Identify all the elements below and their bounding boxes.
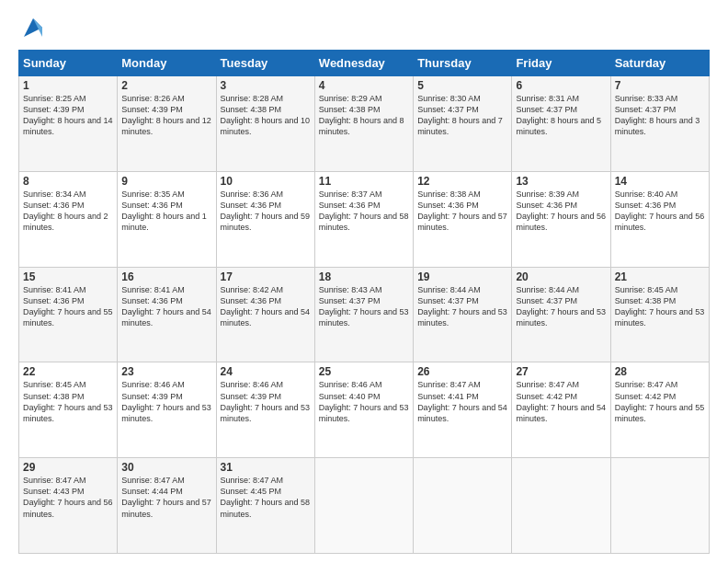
day-info: Sunrise: 8:26 AMSunset: 4:39 PMDaylight:… [121, 93, 211, 138]
day-number: 19 [417, 270, 507, 283]
day-info: Sunrise: 8:47 AMSunset: 4:42 PMDaylight:… [615, 379, 705, 424]
day-info: Sunrise: 8:43 AMSunset: 4:37 PMDaylight:… [319, 284, 409, 329]
header-tuesday: Tuesday [216, 51, 314, 76]
calendar-day-cell [610, 458, 709, 554]
day-number: 5 [417, 79, 507, 92]
day-number: 4 [319, 79, 409, 92]
calendar-week-row: 22Sunrise: 8:45 AMSunset: 4:38 PMDayligh… [19, 362, 710, 458]
day-number: 16 [121, 270, 211, 283]
header-thursday: Thursday [414, 51, 512, 76]
day-info: Sunrise: 8:35 AMSunset: 4:36 PMDaylight:… [121, 189, 211, 234]
day-number: 7 [615, 79, 705, 92]
day-info: Sunrise: 8:47 AMSunset: 4:41 PMDaylight:… [417, 379, 507, 424]
calendar-day-cell: 5Sunrise: 8:30 AMSunset: 4:37 PMDaylight… [414, 76, 512, 172]
calendar: Sunday Monday Tuesday Wednesday Thursday… [18, 50, 710, 554]
day-info: Sunrise: 8:42 AMSunset: 4:36 PMDaylight:… [221, 284, 311, 329]
day-number: 15 [23, 270, 113, 283]
calendar-day-cell: 12Sunrise: 8:38 AMSunset: 4:36 PMDayligh… [414, 171, 512, 267]
day-number: 6 [516, 79, 606, 92]
calendar-day-cell: 8Sunrise: 8:34 AMSunset: 4:36 PMDaylight… [19, 171, 118, 267]
day-info: Sunrise: 8:33 AMSunset: 4:37 PMDaylight:… [615, 93, 705, 138]
calendar-day-cell: 24Sunrise: 8:46 AMSunset: 4:39 PMDayligh… [216, 362, 314, 458]
day-number: 10 [221, 175, 311, 188]
day-number: 29 [23, 461, 113, 474]
day-info: Sunrise: 8:45 AMSunset: 4:38 PMDaylight:… [615, 284, 705, 329]
calendar-day-cell: 6Sunrise: 8:31 AMSunset: 4:37 PMDaylight… [512, 76, 610, 172]
header-friday: Friday [512, 51, 610, 76]
header-wednesday: Wednesday [314, 51, 413, 76]
calendar-day-cell: 28Sunrise: 8:47 AMSunset: 4:42 PMDayligh… [610, 362, 709, 458]
day-number: 22 [23, 365, 113, 378]
day-number: 1 [23, 79, 113, 92]
day-number: 8 [23, 175, 113, 188]
day-info: Sunrise: 8:47 AMSunset: 4:45 PMDaylight:… [221, 475, 311, 520]
day-info: Sunrise: 8:29 AMSunset: 4:38 PMDaylight:… [319, 93, 409, 138]
day-info: Sunrise: 8:44 AMSunset: 4:37 PMDaylight:… [417, 284, 507, 329]
calendar-day-cell: 29Sunrise: 8:47 AMSunset: 4:43 PMDayligh… [19, 458, 118, 554]
day-info: Sunrise: 8:47 AMSunset: 4:42 PMDaylight:… [516, 379, 606, 424]
day-info: Sunrise: 8:38 AMSunset: 4:36 PMDaylight:… [417, 189, 507, 234]
day-number: 25 [319, 365, 409, 378]
calendar-day-cell: 30Sunrise: 8:47 AMSunset: 4:44 PMDayligh… [118, 458, 216, 554]
calendar-week-row: 1Sunrise: 8:25 AMSunset: 4:39 PMDaylight… [19, 76, 710, 172]
day-info: Sunrise: 8:31 AMSunset: 4:37 PMDaylight:… [516, 93, 606, 138]
day-info: Sunrise: 8:28 AMSunset: 4:38 PMDaylight:… [221, 93, 311, 138]
day-number: 9 [121, 175, 211, 188]
day-number: 18 [319, 270, 409, 283]
page: Sunday Monday Tuesday Wednesday Thursday… [0, 0, 728, 563]
day-info: Sunrise: 8:45 AMSunset: 4:38 PMDaylight:… [23, 379, 113, 424]
calendar-day-cell: 25Sunrise: 8:46 AMSunset: 4:40 PMDayligh… [314, 362, 413, 458]
day-info: Sunrise: 8:47 AMSunset: 4:44 PMDaylight:… [121, 475, 211, 520]
calendar-day-cell: 1Sunrise: 8:25 AMSunset: 4:39 PMDaylight… [19, 76, 118, 172]
calendar-day-cell: 4Sunrise: 8:29 AMSunset: 4:38 PMDaylight… [314, 76, 413, 172]
calendar-week-row: 29Sunrise: 8:47 AMSunset: 4:43 PMDayligh… [19, 458, 710, 554]
calendar-day-cell: 13Sunrise: 8:39 AMSunset: 4:36 PMDayligh… [512, 171, 610, 267]
day-number: 23 [121, 365, 211, 378]
calendar-day-cell: 27Sunrise: 8:47 AMSunset: 4:42 PMDayligh… [512, 362, 610, 458]
calendar-day-cell: 10Sunrise: 8:36 AMSunset: 4:36 PMDayligh… [216, 171, 314, 267]
day-number: 12 [417, 175, 507, 188]
day-number: 30 [121, 461, 211, 474]
day-number: 28 [615, 365, 705, 378]
header-sunday: Sunday [19, 51, 118, 76]
calendar-day-cell: 14Sunrise: 8:40 AMSunset: 4:36 PMDayligh… [610, 171, 709, 267]
calendar-header-row: Sunday Monday Tuesday Wednesday Thursday… [19, 51, 710, 76]
calendar-day-cell: 31Sunrise: 8:47 AMSunset: 4:45 PMDayligh… [216, 458, 314, 554]
day-info: Sunrise: 8:46 AMSunset: 4:39 PMDaylight:… [221, 379, 311, 424]
calendar-week-row: 8Sunrise: 8:34 AMSunset: 4:36 PMDaylight… [19, 171, 710, 267]
logo [18, 15, 46, 40]
day-info: Sunrise: 8:39 AMSunset: 4:36 PMDaylight:… [516, 189, 606, 234]
day-info: Sunrise: 8:46 AMSunset: 4:39 PMDaylight:… [121, 379, 211, 424]
day-number: 26 [417, 365, 507, 378]
day-number: 17 [221, 270, 311, 283]
header-saturday: Saturday [610, 51, 709, 76]
calendar-day-cell: 21Sunrise: 8:45 AMSunset: 4:38 PMDayligh… [610, 267, 709, 362]
calendar-day-cell: 26Sunrise: 8:47 AMSunset: 4:41 PMDayligh… [414, 362, 512, 458]
calendar-day-cell: 22Sunrise: 8:45 AMSunset: 4:38 PMDayligh… [19, 362, 118, 458]
header [18, 15, 710, 40]
day-number: 13 [516, 175, 606, 188]
day-info: Sunrise: 8:36 AMSunset: 4:36 PMDaylight:… [221, 189, 311, 234]
day-number: 2 [121, 79, 211, 92]
calendar-day-cell [314, 458, 413, 554]
calendar-day-cell: 3Sunrise: 8:28 AMSunset: 4:38 PMDaylight… [216, 76, 314, 172]
day-number: 21 [615, 270, 705, 283]
calendar-week-row: 15Sunrise: 8:41 AMSunset: 4:36 PMDayligh… [19, 267, 710, 362]
day-info: Sunrise: 8:25 AMSunset: 4:39 PMDaylight:… [23, 93, 113, 138]
day-info: Sunrise: 8:44 AMSunset: 4:37 PMDaylight:… [516, 284, 606, 329]
calendar-day-cell [512, 458, 610, 554]
day-number: 27 [516, 365, 606, 378]
calendar-day-cell: 16Sunrise: 8:41 AMSunset: 4:36 PMDayligh… [118, 267, 216, 362]
calendar-day-cell: 2Sunrise: 8:26 AMSunset: 4:39 PMDaylight… [118, 76, 216, 172]
day-info: Sunrise: 8:41 AMSunset: 4:36 PMDaylight:… [23, 284, 113, 329]
calendar-day-cell: 11Sunrise: 8:37 AMSunset: 4:36 PMDayligh… [314, 171, 413, 267]
day-info: Sunrise: 8:46 AMSunset: 4:40 PMDaylight:… [319, 379, 409, 424]
logo-area [18, 15, 46, 40]
calendar-day-cell: 19Sunrise: 8:44 AMSunset: 4:37 PMDayligh… [414, 267, 512, 362]
calendar-day-cell [414, 458, 512, 554]
day-info: Sunrise: 8:37 AMSunset: 4:36 PMDaylight:… [319, 189, 409, 234]
day-number: 14 [615, 175, 705, 188]
calendar-day-cell: 18Sunrise: 8:43 AMSunset: 4:37 PMDayligh… [314, 267, 413, 362]
day-number: 20 [516, 270, 606, 283]
calendar-day-cell: 15Sunrise: 8:41 AMSunset: 4:36 PMDayligh… [19, 267, 118, 362]
